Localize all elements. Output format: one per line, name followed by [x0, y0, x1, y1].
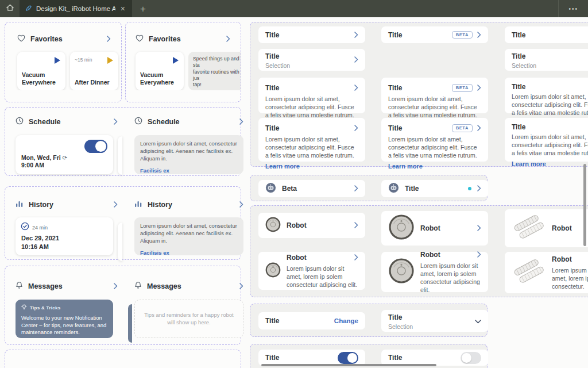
toggle-row-off[interactable]: Title — [381, 350, 488, 366]
section-title: Favorites — [30, 35, 63, 43]
history-chart-icon — [16, 200, 24, 210]
robot-row-mop[interactable]: Robot — [505, 209, 588, 247]
robot-row-mop-description[interactable]: Robot Lorem ipsum dolor sit amet, lorem … — [505, 252, 588, 293]
facilisis-link[interactable]: Facilisis ex — [140, 250, 238, 256]
document-tab[interactable]: Design Kit_ iRobot Home App UI × — [20, 0, 132, 17]
chevron-right-icon — [354, 252, 358, 263]
brush-roller-icon — [512, 213, 546, 243]
messages-header[interactable]: Messages — [134, 281, 243, 292]
toggle-on[interactable] — [338, 352, 358, 364]
tips-badge: Tips & Tricks — [21, 304, 107, 312]
history-duration: 24 min — [21, 222, 48, 233]
lightbulb-icon — [21, 304, 27, 312]
list-row-title-beta[interactable]: Title BETA — [381, 26, 488, 43]
play-icon[interactable] — [173, 57, 179, 64]
design-canvas: Favorites Vacuum Everywhere ~15 min Afte… — [0, 17, 588, 368]
messages-header[interactable]: Messages — [16, 281, 118, 292]
chevron-right-icon — [354, 83, 358, 93]
horizontal-scrollbar[interactable] — [261, 364, 436, 366]
robot-row-description[interactable]: Robot Lorem ipsum dolor sit amet, lorem … — [258, 252, 365, 290]
close-tab-icon[interactable]: × — [119, 5, 126, 13]
home-button[interactable] — [0, 0, 20, 17]
robot-avatar-icon — [388, 182, 399, 195]
beta-badge: BETA — [452, 31, 473, 39]
chevron-right-icon — [239, 117, 243, 127]
overflow-menu-icon[interactable]: ••• — [558, 0, 588, 17]
robot-row[interactable]: Robot — [258, 213, 365, 238]
new-tab-icon[interactable]: + — [140, 4, 146, 14]
favorites-frame-a: Favorites Vacuum Everywhere ~15 min Afte… — [5, 22, 122, 102]
tips-message-card[interactable]: Tips & Tricks Welcome to your new Notifi… — [16, 300, 113, 338]
list-row-title[interactable]: Title — [505, 26, 588, 43]
list-row-beta-learn-more[interactable]: Title BETA Lorem ipsum dolor sit amet, c… — [381, 118, 488, 162]
beta-badge: BETA — [452, 84, 473, 92]
messages-frame: Messages Tips & Tricks Welcome to your n… — [5, 266, 241, 345]
robot-avatar-icon — [265, 182, 276, 195]
title-change-row[interactable]: Title Change — [258, 312, 365, 329]
toggle-off[interactable] — [461, 352, 481, 364]
list-row-learn-more[interactable]: Title Lorem ipsum dolor sit amet, consec… — [258, 118, 365, 162]
chevron-right-icon — [477, 83, 481, 93]
lorem-text: Lorem ipsum dolor sit amet, consectetur … — [388, 95, 481, 120]
history-header[interactable]: History — [134, 200, 243, 210]
list-row-description[interactable]: Title Lorem ipsum dolor sit amet, consec… — [505, 78, 588, 113]
schedule-info-card[interactable]: Lorem ipsum dolor sit amet, consectetur … — [134, 135, 243, 174]
toggle-row-on[interactable]: Title — [258, 350, 365, 366]
title-status-row[interactable]: Title — [381, 180, 488, 197]
facilisis-link[interactable]: Facilisis ex — [140, 167, 238, 174]
play-icon[interactable] — [55, 57, 60, 64]
chevron-right-icon — [477, 30, 481, 40]
promo-text: Speed things up and sta favorite routine… — [193, 56, 241, 88]
schedule-header[interactable]: Schedule — [134, 117, 243, 127]
schedule-card[interactable]: Mon, Wed, Fri ⟳ 9:00 AM — [16, 135, 113, 174]
change-link[interactable]: Change — [334, 317, 358, 324]
list-row-beta-description[interactable]: Title BETA Lorem ipsum dolor sit amet, c… — [381, 78, 488, 113]
create-favorite-card[interactable]: Speed things up and sta favorite routine… — [188, 52, 241, 90]
chevron-right-icon — [354, 220, 358, 231]
list-row-title-selection[interactable]: TitleSelection — [258, 49, 365, 71]
history-header[interactable]: History — [16, 200, 118, 210]
robot-row-large[interactable]: Robot — [381, 211, 488, 246]
section-title: History — [29, 201, 53, 209]
lorem-text: Lorem ipsum dolor sit amet, lorem ip sol… — [552, 267, 588, 291]
roomba-icon — [265, 217, 281, 235]
favorite-card-vacuum[interactable]: Vacuum Everywhere — [17, 52, 65, 90]
check-circle-icon — [21, 222, 29, 233]
schedule-toggle[interactable] — [84, 140, 107, 153]
selection-value: Selection — [512, 62, 536, 69]
play-icon[interactable] — [107, 57, 113, 64]
list-row-title[interactable]: Title — [258, 26, 365, 43]
list-row-learn-more[interactable]: Title Lorem ipsum dolor sit amet, consec… — [505, 118, 588, 162]
favorite-card-after-dinner[interactable]: ~15 min After Dinner — [70, 52, 118, 90]
learn-more-link[interactable]: Learn more — [388, 163, 481, 170]
chevron-right-icon — [477, 123, 481, 133]
card-overflow-sliver — [118, 136, 122, 175]
history-frame: History 24 min Dec 29, 2021 10:16 AM His… — [5, 186, 241, 260]
favorites-header[interactable]: Favorites — [126, 22, 241, 44]
history-info-card[interactable]: Lorem ipsum dolor sit amet, consectetur … — [134, 217, 243, 255]
history-chart-icon — [134, 200, 142, 210]
lorem-text: Lorem ipsum dolor sit amet, consectetur … — [140, 223, 238, 244]
learn-more-link[interactable]: Learn more — [512, 160, 588, 167]
selection-value: Selection — [265, 62, 290, 69]
favorite-duration: ~15 min — [75, 57, 92, 63]
lorem-text: Lorem ipsum dolor sit amet, lorem ip sol… — [287, 265, 358, 289]
chevron-right-icon — [239, 281, 243, 292]
list-row-title-selection[interactable]: TitleSelection — [505, 49, 588, 71]
favorite-title: Vacuum Everywhere — [22, 71, 65, 86]
bell-icon — [16, 281, 23, 292]
lorem-text: Lorem ipsum dolor sit amet, consectetur … — [265, 136, 358, 160]
favorites-header[interactable]: Favorites — [5, 22, 121, 44]
beta-rows-frame: Beta Title — [250, 175, 488, 201]
robot-row-large-description[interactable]: Robot Lorem ipsum dolor sit amet, lorem … — [381, 252, 488, 292]
beta-row[interactable]: Beta — [258, 180, 365, 197]
vertical-scrollbar[interactable] — [583, 164, 586, 246]
lorem-text: Lorem ipsum dolor sit amet, consectetur … — [388, 136, 481, 160]
schedule-header[interactable]: Schedule — [16, 117, 118, 127]
list-row-description[interactable]: Title Lorem ipsum dolor sit amet, consec… — [258, 78, 365, 113]
section-title: Schedule — [148, 118, 180, 126]
history-card[interactable]: 24 min Dec 29, 2021 10:16 AM — [16, 217, 113, 255]
dropdown-row[interactable]: TitleSelection — [381, 310, 488, 332]
favorite-card-vacuum[interactable]: Vacuum Everywhere — [136, 52, 184, 90]
learn-more-link[interactable]: Learn more — [265, 163, 358, 170]
